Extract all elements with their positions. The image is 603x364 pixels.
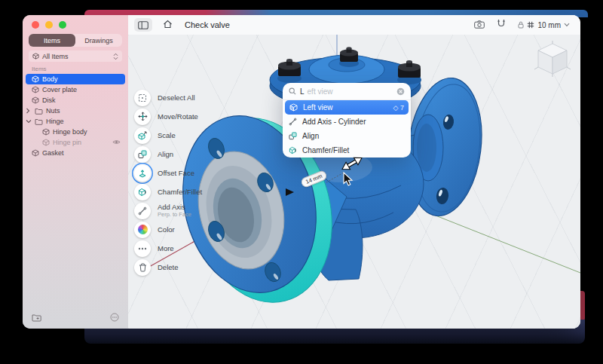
filter-label: All Items — [42, 53, 69, 60]
tool-label: More — [158, 245, 174, 252]
chevron-right-icon[interactable] — [26, 108, 30, 114]
folder-icon — [35, 118, 43, 125]
tool-label: Delete — [158, 264, 178, 271]
traffic-lights — [32, 21, 66, 29]
tool-color[interactable]: Color — [134, 220, 202, 239]
add-folder-button[interactable] — [32, 314, 41, 323]
search-icon — [289, 87, 296, 95]
solid-body-icon — [32, 86, 39, 93]
result-label: Chamfer/Fillet — [302, 146, 349, 154]
add-axis-icon — [289, 118, 297, 126]
sidebar-more-button[interactable] — [110, 313, 119, 323]
zoom-window-button[interactable] — [59, 21, 66, 29]
tool-delete[interactable]: Delete — [134, 258, 202, 277]
solid-body-icon — [32, 149, 39, 157]
result-shortcut: ◇ 7 — [393, 104, 404, 112]
list-item-hinge[interactable]: Hinge — [26, 116, 125, 127]
scale-icon — [138, 131, 147, 140]
item-label: Gasket — [42, 149, 64, 157]
chevron-down-icon[interactable] — [26, 119, 32, 124]
item-label: Body — [42, 75, 58, 83]
grid-settings-dropdown[interactable]: 10 mm — [518, 21, 570, 29]
visibility-eye-icon[interactable] — [112, 139, 121, 145]
result-label: Left view — [303, 103, 332, 112]
palette-result-add-axis-cylinder[interactable]: Add Axis - Cylinder — [283, 115, 411, 129]
items-filter-dropdown[interactable]: All Items — [29, 50, 122, 62]
list-item-nuts[interactable]: Nuts — [26, 106, 125, 116]
tool-label: Deselect All — [158, 94, 195, 102]
tool-label: Chamfer/Fillet — [158, 188, 202, 196]
app-window: Items Drawings All Items Items Body Cove… — [23, 15, 580, 329]
minimize-window-button[interactable] — [45, 21, 53, 29]
close-window-button[interactable] — [32, 21, 39, 29]
sidebar-tab-switcher: Items Drawings — [29, 34, 122, 47]
left-view-icon — [289, 103, 298, 112]
palette-search-field[interactable]: Left view — [283, 83, 411, 100]
grid-icon — [527, 21, 534, 29]
desktop-background: Items Drawings All Items Items Body Cove… — [0, 0, 603, 364]
list-item-hinge-body[interactable]: Hinge body — [26, 127, 125, 137]
tool-more[interactable]: More — [134, 239, 202, 258]
result-label: Align — [302, 132, 319, 140]
list-item-body[interactable]: Body — [26, 74, 125, 84]
tool-label: Add Axis — [158, 203, 191, 211]
chevron-down-icon — [564, 23, 570, 27]
sidebar: Items Drawings All Items Items Body Cove… — [23, 15, 129, 329]
tool-move-rotate[interactable]: Move/Rotate — [134, 107, 202, 126]
align-icon — [138, 150, 147, 159]
item-label: Hinge pin — [53, 139, 81, 146]
palette-result-left-view[interactable]: Left view ◇ 7 — [285, 100, 409, 115]
orientation-view-cube[interactable] — [534, 41, 571, 80]
search-command-palette: Left view Left view ◇ 7 Add Axis - Cylin… — [283, 83, 411, 158]
move-rotate-icon — [138, 112, 148, 121]
home-button[interactable] — [163, 18, 173, 32]
deselect-all-icon — [138, 93, 147, 102]
item-label: Hinge — [46, 118, 64, 125]
toggle-sidebar-button[interactable] — [134, 18, 152, 32]
search-suggestion-text: eft view — [308, 87, 393, 96]
3d-viewport[interactable]: 14 mm Deselect All Move/Rotate Scale — [128, 35, 580, 329]
item-label: Cover plate — [42, 86, 77, 93]
more-ellipsis-icon — [138, 247, 147, 250]
context-toolbar: Deselect All Move/Rotate Scale Align — [134, 88, 202, 277]
result-label: Add Axis - Cylinder — [302, 118, 366, 126]
tool-chamfer-fillet[interactable]: Chamfer/Fillet — [134, 182, 202, 201]
chamfer-fillet-icon — [138, 188, 147, 197]
search-typed-text: L — [300, 87, 305, 96]
main-area: Check valve 10 mm — [128, 15, 580, 329]
list-item-cover-plate[interactable]: Cover plate — [26, 84, 125, 95]
tab-drawings[interactable]: Drawings — [75, 34, 122, 47]
palette-result-chamfer-fillet[interactable]: Chamfer/Fillet — [283, 143, 411, 158]
titlebar-right-tools: 10 mm — [474, 18, 580, 32]
chamfer-fillet-icon — [289, 146, 297, 154]
snapping-magnet-button[interactable] — [497, 18, 506, 32]
list-item-disk[interactable]: Disk — [26, 95, 125, 106]
clear-search-icon[interactable] — [396, 87, 405, 96]
solid-body-icon — [32, 96, 39, 104]
tab-items[interactable]: Items — [29, 34, 75, 47]
list-item-gasket[interactable]: Gasket — [26, 148, 125, 158]
offset-face-icon — [138, 169, 147, 178]
tool-align[interactable]: Align — [134, 145, 202, 164]
tool-offset-face[interactable]: Offset Face — [134, 164, 202, 182]
solid-body-icon — [32, 75, 39, 83]
color-wheel-icon — [138, 225, 148, 234]
list-item-hinge-pin[interactable]: Hinge pin — [26, 137, 125, 148]
trash-icon — [139, 263, 147, 272]
tool-label: Offset Face — [158, 170, 194, 177]
grid-size-value: 10 mm — [537, 21, 561, 29]
tool-deselect-all[interactable]: Deselect All — [134, 88, 202, 107]
palette-result-align[interactable]: Align — [283, 129, 411, 143]
tool-add-axis[interactable]: Add Axis Perp. to Face — [134, 201, 202, 220]
tool-label: Scale — [158, 132, 176, 139]
items-list: Body Cover plate Disk Nuts — [26, 74, 125, 158]
titlebar: Check valve 10 mm — [128, 15, 580, 35]
solid-body-icon — [42, 139, 50, 146]
filter-cube-icon — [32, 53, 39, 60]
tool-scale[interactable]: Scale — [134, 126, 202, 145]
folder-icon — [35, 108, 43, 115]
add-axis-icon — [138, 206, 147, 216]
screenshot-camera-button[interactable] — [474, 18, 485, 32]
tool-sublabel: Perp. to Face — [158, 211, 191, 218]
solid-body-icon — [42, 128, 50, 136]
